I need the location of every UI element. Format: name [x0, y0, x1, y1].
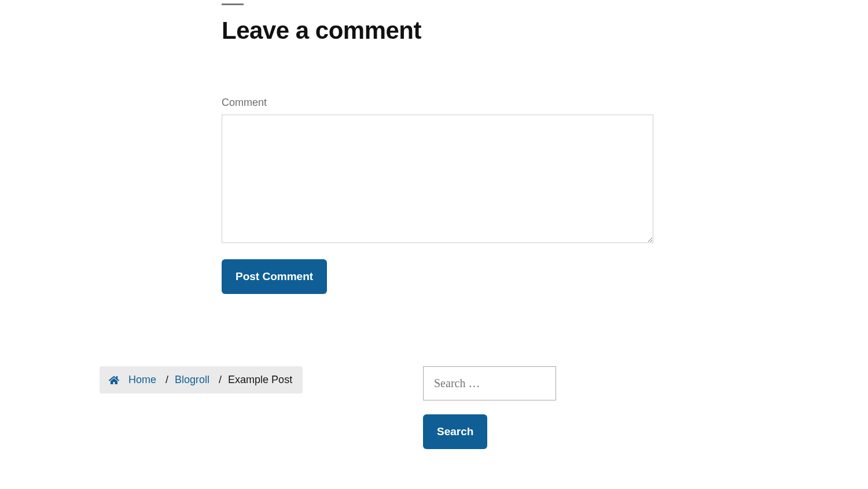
post-comment-button[interactable]: Post Comment	[222, 259, 327, 294]
breadcrumb-link-blogroll[interactable]: Blogroll	[175, 374, 209, 386]
heading-divider	[222, 3, 244, 5]
breadcrumb: Home / Blogroll / Example Post	[100, 366, 303, 394]
search-input[interactable]	[423, 366, 556, 400]
comment-label: Comment	[222, 97, 653, 109]
search-button[interactable]: Search	[423, 414, 487, 449]
comment-heading: Leave a comment	[222, 17, 653, 45]
home-icon	[109, 375, 119, 385]
breadcrumb-link-home[interactable]: Home	[128, 374, 156, 386]
breadcrumb-separator: /	[160, 374, 171, 386]
comment-textarea[interactable]	[222, 115, 653, 243]
breadcrumb-current: Example Post	[228, 374, 292, 386]
breadcrumb-separator: /	[213, 374, 225, 386]
